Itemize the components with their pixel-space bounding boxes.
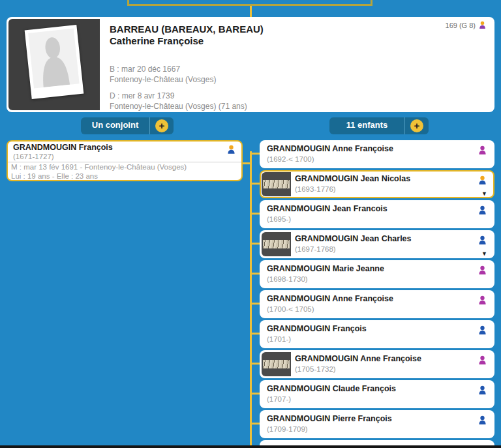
child-card[interactable]: GRANDMOUGIN Anne Françoise (1705-1732) bbox=[260, 350, 494, 378]
marriage-info: M : mar 13 fév 1691 - Fontenoy-le-Châtea… bbox=[11, 163, 187, 171]
signature-image bbox=[263, 360, 290, 368]
child-dates: (1700-< 1705) bbox=[267, 305, 314, 313]
child-dates: (1701-) bbox=[267, 335, 291, 343]
child-dates: (1693-1776) bbox=[295, 185, 336, 193]
person-male-icon bbox=[478, 235, 487, 246]
child-dates: (1697-1768) bbox=[295, 245, 336, 253]
child-name: GRANDMOUGIN Anne Françoise bbox=[295, 354, 475, 363]
plus-icon[interactable]: + bbox=[155, 119, 168, 132]
person-male-icon bbox=[478, 325, 487, 336]
parents-connector-box bbox=[127, 0, 372, 6]
parents-connector-line bbox=[250, 6, 252, 17]
marriage-ages: Lui : 19 ans - Elle : 23 ans bbox=[11, 172, 98, 180]
child-dates: (1695-) bbox=[267, 215, 291, 223]
child-dates: (1698-1730) bbox=[267, 275, 308, 283]
child-name: GRANDMOUGIN Jean Charles bbox=[295, 234, 475, 243]
child-name: GRANDMOUGIN Pierre François bbox=[267, 414, 475, 423]
main-person-given-name: Catherine Françoise bbox=[110, 35, 264, 47]
person-female-icon bbox=[478, 265, 487, 276]
child-card[interactable]: GRANDMOUGIN François (1701-) bbox=[260, 320, 494, 348]
children-section-button[interactable]: 11 enfants + bbox=[329, 117, 429, 134]
child-name: GRANDMOUGIN Anne Françoise bbox=[267, 294, 475, 303]
children-list: GRANDMOUGIN Anne Françoise (1692-< 1700)… bbox=[260, 140, 494, 448]
child-photo-thumbnail[interactable] bbox=[262, 172, 291, 196]
spouse-dates: (1671-1727) bbox=[13, 153, 54, 160]
person-male-icon bbox=[478, 205, 487, 216]
main-person-death: D : mer 8 avr 1739 Fontenoy-le-Château (… bbox=[110, 91, 247, 112]
spouse-section-label[interactable]: Un conjoint bbox=[81, 117, 150, 134]
children-connector-line bbox=[250, 151, 252, 448]
chevron-down-icon[interactable]: ▼ bbox=[481, 250, 487, 257]
chevron-down-icon[interactable]: ▼ bbox=[481, 190, 487, 197]
family-view: 169 (G 8) BARREAU (BAREAUX, BAREAU) Cath… bbox=[0, 0, 501, 448]
child-name: GRANDMOUGIN Claude François bbox=[267, 384, 475, 393]
person-female-icon bbox=[478, 355, 487, 366]
signature-image bbox=[263, 180, 290, 188]
child-name: GRANDMOUGIN François bbox=[267, 324, 475, 333]
child-name: GRANDMOUGIN Jean Nicolas bbox=[295, 174, 475, 183]
main-person-card[interactable]: 169 (G 8) BARREAU (BAREAUX, BAREAU) Cath… bbox=[7, 17, 494, 112]
main-person-photo[interactable] bbox=[8, 19, 100, 110]
spouse-connector-line bbox=[242, 162, 250, 164]
child-name: GRANDMOUGIN Jean Francois bbox=[267, 204, 475, 213]
person-male-icon bbox=[478, 415, 487, 426]
person-male-icon bbox=[478, 385, 487, 396]
death-place: Fontenoy-le-Château (Vosges) (71 ans) bbox=[110, 101, 247, 112]
birth-place: Fontenoy-le-Château (Vosges) bbox=[110, 74, 216, 85]
sosa-number: 169 (G 8) bbox=[446, 22, 476, 29]
child-dates: (1692-< 1700) bbox=[267, 155, 314, 163]
plus-icon[interactable]: + bbox=[410, 119, 423, 132]
child-photo-thumbnail[interactable] bbox=[262, 232, 291, 256]
death-date: D : mer 8 avr 1739 bbox=[110, 91, 247, 101]
spouse-name: GRANDMOUGIN François bbox=[13, 143, 113, 152]
child-card[interactable]: GRANDMOUGIN Jean Francois (1695-) bbox=[260, 200, 494, 228]
window-bottom-edge bbox=[0, 445, 501, 448]
person-male-sosa-icon bbox=[226, 145, 236, 155]
person-male-sosa-icon bbox=[478, 175, 487, 186]
sosa-number-badge: 169 (G 8) bbox=[446, 21, 487, 30]
child-dates: (1705-1732) bbox=[295, 365, 336, 373]
main-person-surname: BARREAU (BAREAUX, BAREAU) bbox=[110, 23, 264, 35]
person-silhouette-icon bbox=[28, 29, 80, 89]
child-card[interactable]: GRANDMOUGIN Jean Nicolas (1693-1776) ▼ bbox=[260, 170, 494, 198]
child-card[interactable]: GRANDMOUGIN Anne Françoise (1700-< 1705) bbox=[260, 290, 494, 318]
child-dates: (1707-) bbox=[267, 395, 291, 403]
birth-date: B : mar 20 déc 1667 bbox=[110, 64, 216, 74]
spouse-section-button[interactable]: Un conjoint + bbox=[81, 117, 174, 134]
children-section-label[interactable]: 11 enfants bbox=[329, 117, 405, 134]
main-person-name: BARREAU (BAREAUX, BAREAU) Catherine Fran… bbox=[110, 23, 264, 47]
child-card[interactable]: GRANDMOUGIN Pierre François (1709-1709) bbox=[260, 410, 494, 438]
child-card[interactable]: GRANDMOUGIN Claude François (1707-) bbox=[260, 380, 494, 408]
person-female-sosa-icon bbox=[478, 21, 487, 30]
photo-polaroid bbox=[25, 25, 84, 99]
add-spouse-button[interactable]: + bbox=[150, 117, 174, 134]
child-card[interactable]: GRANDMOUGIN Jean Charles (1697-1768) ▼ bbox=[260, 230, 494, 258]
person-female-icon bbox=[478, 145, 487, 156]
person-female-icon bbox=[478, 295, 487, 306]
add-child-button[interactable]: + bbox=[405, 117, 429, 134]
signature-image bbox=[263, 240, 290, 248]
child-name: GRANDMOUGIN Marie Jeanne bbox=[267, 264, 475, 273]
divider bbox=[8, 162, 241, 162]
child-card[interactable]: GRANDMOUGIN Marie Jeanne (1698-1730) bbox=[260, 260, 494, 288]
child-name: GRANDMOUGIN Anne Françoise bbox=[267, 144, 475, 153]
child-dates: (1709-1709) bbox=[267, 425, 308, 433]
main-person-birth: B : mar 20 déc 1667 Fontenoy-le-Château … bbox=[110, 64, 216, 85]
child-card[interactable]: GRANDMOUGIN Anne Françoise (1692-< 1700) bbox=[260, 140, 494, 168]
spouse-card[interactable]: GRANDMOUGIN François (1671-1727) M : mar… bbox=[7, 140, 243, 181]
child-photo-thumbnail[interactable] bbox=[262, 352, 291, 376]
